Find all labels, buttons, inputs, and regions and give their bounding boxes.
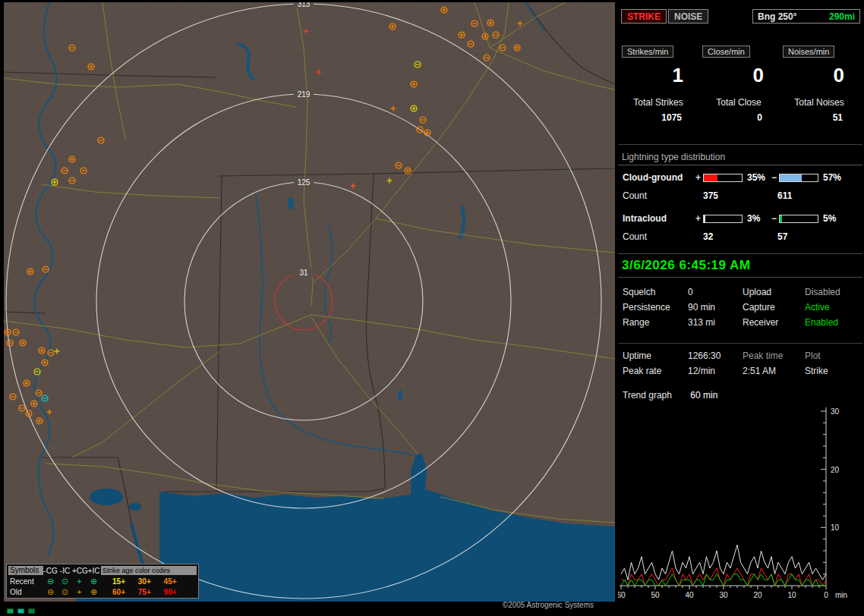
plus-sign: +	[695, 213, 703, 224]
ic-negative-pct: 5%	[821, 213, 847, 224]
x-tick-label: 20	[753, 591, 762, 599]
ring-label-313: 313	[298, 2, 311, 8]
indicator-row: STRIKE NOISE Bng 250° 290mi	[618, 9, 862, 27]
uptime-label: Uptime	[623, 350, 688, 362]
recent-pic-icon: ⊕	[87, 577, 101, 586]
side-panel: STRIKE NOISE Bng 250° 290mi Strikes/min …	[618, 3, 862, 614]
x-tick-label: 40	[685, 591, 694, 599]
cg-negative-bar	[779, 174, 818, 182]
legend-col-pic: +IC	[87, 567, 101, 575]
upload-value: Disabled	[805, 287, 862, 298]
noises-per-min-value: 0	[779, 64, 859, 87]
squelch-value: 0	[688, 287, 743, 298]
rate-label-row: Strikes/min Close/min Noises/min	[618, 46, 862, 58]
tray-icon[interactable]	[7, 608, 14, 614]
old-ncg-icon: ⊖	[43, 587, 58, 597]
y-tick-label: 30	[831, 407, 840, 416]
ic-negative-count: 57	[777, 231, 852, 242]
trend-chart: 1020306050403020100min	[618, 404, 862, 613]
copyright-text: ©2005 Astrogenic Systems	[4, 601, 615, 611]
total-close-value: 0	[698, 112, 779, 123]
x-tick-label: 50	[651, 591, 660, 599]
cg-positive-count: 375	[703, 190, 777, 201]
recent-nic-icon: ⊙	[58, 577, 72, 586]
range-value: 313 mi	[688, 317, 743, 328]
trend-graph-row: Trend graph 60 min	[618, 390, 862, 401]
session-grid: Uptime 1266:30 Peak time Plot Peak rate …	[618, 350, 862, 377]
app-window: 31321912531 Symbols -CG -IC +CG +IC Stri…	[0, 0, 864, 616]
intracloud-count-row: Count 32 57	[618, 231, 862, 243]
divider	[618, 144, 862, 145]
receiver-label: Receiver	[743, 317, 805, 328]
plus-sign: +	[695, 172, 703, 183]
ic-positive-count: 32	[703, 231, 777, 242]
total-noises-value: 51	[779, 112, 859, 123]
strike-map[interactable]: 31321912531 Symbols -CG -IC +CG +IC Stri…	[4, 2, 615, 602]
total-close-label: Total Close	[698, 97, 779, 108]
bearing-value: Bng 250°	[758, 11, 796, 22]
trend-graph-value: 60 min	[690, 390, 717, 401]
cg-positive-bar	[703, 174, 743, 182]
cloud-ground-label: Cloud-ground	[623, 172, 695, 183]
legend-header-row: Symbols -CG -IC +CG +IC Strike age color…	[8, 565, 197, 576]
trend-series-cloud-ground	[621, 568, 826, 586]
y-tick-label: 20	[831, 466, 840, 474]
cloud-ground-count-row: Count 375 611	[618, 190, 862, 202]
trend-series-intracloud	[621, 574, 826, 586]
old-nic-icon: ⊙	[58, 587, 72, 597]
peak-rate-value: 12/min	[688, 366, 743, 377]
age-30: 30+	[133, 577, 156, 586]
age-15: 15+	[107, 577, 131, 586]
old-pcg-icon: +	[72, 587, 87, 596]
persistence-value: 90 min	[688, 302, 743, 313]
close-per-min-label: Close/min	[702, 46, 750, 58]
plot-label: Plot	[805, 350, 862, 362]
age-codes-recent: 15+ 30+ 45+	[101, 577, 197, 586]
total-value-row: 1075 0 51	[618, 112, 862, 123]
age-90: 90+	[159, 588, 182, 596]
total-strikes-label: Total Strikes	[618, 97, 698, 108]
peak-time-value: 2:51 AM	[743, 366, 805, 377]
age-45: 45+	[159, 577, 182, 586]
divider	[618, 343, 862, 344]
upload-label: Upload	[743, 287, 805, 298]
count-label: Count	[623, 231, 703, 242]
capture-value: Active	[805, 302, 862, 313]
intracloud-row: Intracloud + 3% − 5%	[618, 212, 862, 225]
legend-symbols-header: Symbols	[8, 566, 43, 575]
cg-negative-count: 611	[777, 190, 852, 201]
ring-label-31: 31	[299, 269, 308, 277]
cg-negative-pct: 57%	[821, 172, 847, 183]
age-60: 60+	[107, 588, 131, 596]
legend-col-nic: -IC	[58, 567, 72, 575]
squelch-label: Squelch	[623, 287, 688, 298]
range-label: Range	[623, 317, 688, 328]
x-tick-label: 60	[618, 591, 626, 599]
total-noises-label: Total Noises	[779, 97, 859, 108]
tray-icon[interactable]	[28, 608, 35, 614]
age-codes-old: 60+ 75+ 90+	[101, 588, 197, 596]
tray-icon[interactable]	[17, 608, 24, 614]
peak-time-label: Peak time	[743, 350, 805, 362]
x-tick-label: 30	[719, 591, 728, 599]
age-75: 75+	[133, 588, 156, 596]
plot-value: Strike	[805, 366, 862, 377]
total-strikes-value: 1075	[618, 112, 698, 123]
persistence-label: Persistence	[623, 302, 688, 313]
legend-recent-row: Recent ⊖ ⊙ + ⊕ 15+ 30+ 45+	[8, 576, 197, 586]
bearing-distance: 290mi	[829, 11, 855, 22]
y-tick-label: 10	[831, 523, 840, 532]
ic-positive-pct: 3%	[746, 213, 771, 224]
noises-per-min-label: Noises/min	[783, 46, 834, 58]
total-label-row: Total Strikes Total Close Total Noises	[618, 97, 862, 108]
status-grid: Squelch 0 Upload Disabled Persistence 90…	[618, 287, 862, 328]
legend-age-header: Strike age color codes	[101, 566, 197, 575]
strike-indicator-button[interactable]: STRIKE	[621, 9, 667, 24]
ring-label-125: 125	[298, 178, 311, 187]
legend-col-ncg: -CG	[43, 567, 58, 575]
x-tick-label: 0	[824, 591, 828, 599]
noise-indicator-button[interactable]: NOISE	[668, 9, 708, 24]
date-time-display: 3/6/2026 6:45:19 AM	[618, 253, 862, 278]
ic-negative-bar	[779, 215, 818, 223]
old-pic-icon: ⊕	[87, 587, 101, 597]
